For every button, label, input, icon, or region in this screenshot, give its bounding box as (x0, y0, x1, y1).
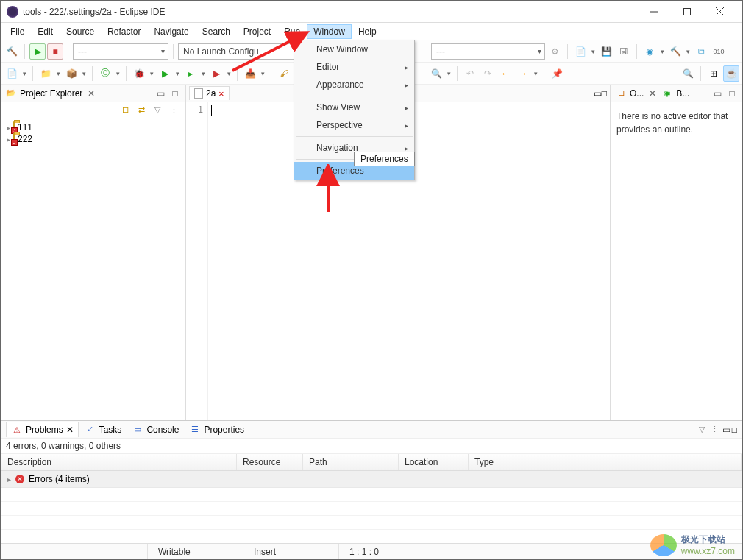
menu-editor-submenu[interactable]: Editor▸ (294, 58, 414, 76)
col-description[interactable]: Description (1, 454, 237, 470)
watermark-url: www.xz7.com (681, 546, 735, 556)
view-menu-icon[interactable]: ⋮ (168, 104, 179, 116)
outline-max-icon[interactable]: □ (726, 88, 738, 99)
col-location[interactable]: Location (399, 454, 469, 470)
menu-help[interactable]: Help (352, 24, 383, 39)
tab-properties[interactable]: ☰Properties (185, 422, 249, 437)
menu-project[interactable]: Project (237, 24, 277, 39)
menu-appearance-submenu[interactable]: Appearance▸ (294, 76, 414, 93)
editor-minimize-icon[interactable]: ▭ (594, 88, 602, 99)
maximize-view-icon[interactable]: □ (169, 88, 181, 99)
binary-icon[interactable]: 010 (711, 43, 727, 60)
build-settings-icon[interactable]: 🔨 (667, 43, 683, 60)
status-cursor: 1 : 1 : 0 (339, 544, 449, 559)
filter-icon[interactable]: ▽ (152, 104, 163, 116)
project-explorer-header: 📂 Project Explorer ✕ ▭ □ (1, 85, 185, 102)
svg-rect-1 (683, 8, 690, 15)
run-icon[interactable]: ▶ (157, 65, 173, 82)
open-type-icon[interactable]: ◉ (641, 43, 658, 60)
minimize-view-icon[interactable]: ▭ (154, 88, 166, 99)
back-icon[interactable]: ↶ (462, 65, 478, 82)
menu-file[interactable]: File (4, 24, 31, 39)
errors-group-row[interactable]: ▸ ✕ Errors (4 items) (1, 471, 742, 488)
menu-search[interactable]: Search (196, 24, 237, 39)
breakpoints-tab-label[interactable]: B... (676, 88, 689, 99)
menu-refactor[interactable]: Refactor (101, 24, 147, 39)
breakpoints-icon: ◉ (661, 88, 673, 99)
tab-tasks[interactable]: ✓Tasks (80, 422, 127, 437)
menu-perspective-submenu[interactable]: Perspective▸ (294, 116, 414, 134)
menu-source[interactable]: Source (60, 24, 101, 39)
external-tools-icon[interactable]: ▶ (208, 65, 224, 82)
paint-icon[interactable]: 🖌 (276, 65, 292, 82)
launch-config-combo[interactable]: No Launch Configu (178, 43, 310, 60)
project-item-111[interactable]: ▸ J 111 (5, 121, 181, 133)
close-button[interactable] (703, 1, 736, 22)
problems-min-icon[interactable]: ▭ (722, 425, 730, 435)
close-view-icon[interactable]: ✕ (85, 88, 97, 99)
menu-bar: File Edit Source Refactor Navigate Searc… (1, 23, 742, 40)
forward-icon[interactable]: ↷ (480, 65, 496, 82)
filter-problems-icon[interactable]: ▽ (696, 424, 708, 436)
tab-console[interactable]: ▭Console (127, 422, 183, 437)
problems-menu-icon[interactable]: ⋮ (709, 424, 721, 436)
build-icon[interactable]: 🔨 (4, 43, 20, 60)
maximize-button[interactable] (670, 1, 703, 22)
new-wizard-icon[interactable]: 📄 (4, 65, 20, 82)
menu-edit[interactable]: Edit (31, 24, 60, 39)
status-insert: Insert (243, 544, 339, 559)
editor-maximize-icon[interactable]: □ (602, 88, 607, 99)
minimize-button[interactable] (637, 1, 670, 22)
prev-icon[interactable]: ← (497, 65, 513, 82)
outline-tab-label[interactable]: O... (630, 88, 644, 99)
collapse-all-icon[interactable]: ⊟ (119, 104, 131, 116)
menu-new-window[interactable]: New Window (294, 40, 414, 58)
debug-icon[interactable]: 🐞 (131, 65, 147, 82)
save-icon[interactable]: 💾 (598, 43, 614, 60)
project-label: 111 (18, 122, 32, 132)
dirty-close-icon[interactable]: ✕ (218, 88, 224, 99)
coverage-icon[interactable]: ▸ (182, 65, 199, 82)
close-outline-icon[interactable]: ✕ (647, 88, 658, 99)
launch-target-combo[interactable]: --- (73, 43, 168, 60)
gear-icon[interactable]: ⚙ (547, 43, 563, 60)
project-explorer-toolbar: ⊟ ⇄ ▽ ⋮ (1, 102, 185, 118)
java-perspective-icon[interactable]: ☕ (723, 65, 739, 82)
stop-button[interactable]: ■ (47, 43, 63, 60)
col-resource[interactable]: Resource (237, 454, 303, 470)
new-server-icon[interactable]: 📥 (242, 65, 258, 82)
menu-window[interactable]: Window (307, 24, 352, 39)
new-project-icon[interactable]: 📁 (38, 65, 54, 82)
title-bar: tools - 222/.settings/2a - Eclipse IDE (1, 1, 742, 23)
outline-header: ⊟ O... ✕ ◉ B... ▭ □ (611, 85, 742, 102)
link-editor-icon[interactable]: ⇄ (135, 104, 147, 116)
new-class-icon[interactable]: Ⓒ (97, 65, 113, 82)
file-icon (194, 88, 203, 99)
col-type[interactable]: Type (469, 454, 742, 470)
tab-problems[interactable]: ⚠Problems✕ (6, 422, 79, 437)
open-task-icon[interactable]: ⧉ (693, 43, 709, 60)
new-icon[interactable]: 📄 (572, 43, 589, 60)
quick-access-icon[interactable]: 🔍 (680, 65, 696, 82)
new-package-icon[interactable]: 📦 (63, 65, 79, 82)
editor-tab-2a[interactable]: 2a ✕ (189, 86, 230, 100)
outline-min-icon[interactable]: ▭ (711, 88, 723, 99)
menu-run[interactable]: Run (277, 24, 307, 39)
col-path[interactable]: Path (303, 454, 399, 470)
next-icon[interactable]: → (515, 65, 531, 82)
project-explorer-icon: 📂 (5, 88, 17, 99)
project-label: 222 (18, 134, 32, 144)
perspective-combo[interactable]: --- (431, 43, 545, 60)
pin-icon[interactable]: 📌 (549, 65, 565, 82)
menu-navigate[interactable]: Navigate (147, 24, 195, 39)
problems-max-icon[interactable]: □ (732, 425, 737, 435)
project-item-222[interactable]: ▸ J 222 (5, 133, 181, 145)
save-all-icon[interactable]: 🖫 (616, 43, 632, 60)
preferences-tooltip: Preferences (354, 152, 415, 166)
search-icon-tb[interactable]: 🔍 (428, 65, 444, 82)
run-button[interactable]: ▶ (29, 43, 46, 60)
open-perspective-icon[interactable]: ⊞ (705, 65, 722, 82)
close-tab-icon[interactable]: ✕ (66, 425, 74, 435)
expand-icon[interactable]: ▸ (7, 475, 11, 483)
menu-show-view-submenu[interactable]: Show View▸ (294, 99, 414, 116)
